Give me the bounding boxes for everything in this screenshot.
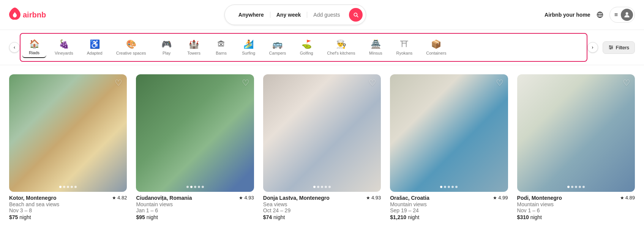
wishlist-button-ciudanovita[interactable]: ♡ — [242, 79, 249, 87]
dot-indicator — [444, 186, 446, 188]
user-menu[interactable]: ≡ — [609, 7, 635, 23]
listing-photo-donja — [263, 74, 381, 192]
dot-indicator — [328, 186, 331, 188]
category-label-towers: Towers — [187, 51, 200, 55]
listing-location-donja: Donja Lastva, Montenegro — [263, 195, 330, 201]
listing-info-ciudanovita: Ciudanovița, Romania ★ 4.93 Mountain vie… — [136, 192, 254, 220]
listing-location-orasac: Orašac, Croatia — [390, 195, 429, 201]
category-icon-containers: 📦 — [431, 39, 441, 49]
price-amount-kotor: $75 — [9, 214, 18, 220]
header: airbnb Anywhere Any week Add guests Airb… — [0, 0, 644, 30]
logo[interactable]: airbnb — [9, 8, 46, 22]
category-item-ryokans[interactable]: ⛩ Ryokans — [391, 37, 418, 58]
dot-indicator — [67, 186, 69, 188]
listing-image-podi: ♡ — [517, 74, 635, 192]
category-label-vineyards: Vineyards — [55, 51, 73, 55]
dot-indicators-donja — [263, 186, 381, 188]
listing-rating-kotor: ★ 4.82 — [112, 195, 127, 201]
category-item-containers[interactable]: 📦 Containers — [421, 37, 451, 58]
filters-button[interactable]: Filters — [603, 41, 635, 54]
rating-value-podi: 4.89 — [625, 195, 635, 201]
wishlist-button-podi[interactable]: ♡ — [623, 79, 630, 87]
category-item-play[interactable]: 🎮 Play — [155, 37, 179, 58]
category-icon-minsus: 🏯 — [371, 39, 381, 49]
listing-card-kotor[interactable]: ♡ Kotor, Montenegro ★ 4.82 Beach and sea… — [9, 74, 127, 220]
star-icon-podi: ★ — [620, 195, 624, 201]
category-item-riads[interactable]: 🏠 Riads — [22, 37, 46, 58]
listing-dates-kotor: Nov 3 – 8 — [9, 207, 127, 213]
category-item-vineyards[interactable]: 🍇 Vineyards — [49, 37, 79, 58]
dot-indicator — [567, 186, 570, 188]
listing-image-orasac: ♡ — [390, 74, 508, 192]
listing-top-ciudanovita: Ciudanovița, Romania ★ 4.93 — [136, 195, 254, 201]
dot-indicator — [198, 186, 200, 188]
listing-top-podi: Podi, Montenegro ★ 4.89 — [517, 195, 635, 201]
category-icon-campers: 🚌 — [272, 39, 283, 49]
category-label-golfing: Golfing — [300, 51, 313, 55]
category-item-creative-spaces[interactable]: 🎨 Creative spaces — [111, 37, 152, 58]
dot-indicator — [440, 186, 442, 188]
search-bar[interactable]: Anywhere Any week Add guests — [224, 5, 366, 25]
dot-indicators-podi — [517, 186, 635, 188]
category-bar: 🏠 Riads 🍇 Vineyards ♿ Adapted 🎨 Creative… — [20, 33, 587, 62]
listing-location-ciudanovita: Ciudanovița, Romania — [136, 195, 192, 201]
dot-indicator — [71, 186, 73, 188]
star-icon-kotor: ★ — [112, 195, 116, 201]
category-item-chefs-kitchens[interactable]: 👨‍🍳 Chef's kitchens — [322, 37, 360, 58]
price-unit-donja: night — [273, 214, 285, 220]
globe-icon-button[interactable] — [597, 11, 603, 18]
category-item-barns[interactable]: 🏚 Barns — [209, 37, 234, 58]
search-button[interactable] — [349, 8, 363, 22]
scroll-right-button[interactable]: › — [587, 42, 598, 53]
listing-price-ciudanovita: $95 night — [136, 214, 254, 220]
listing-image-donja: ♡ — [263, 74, 381, 192]
star-icon-orasac: ★ — [493, 195, 497, 201]
dot-indicator — [571, 186, 573, 188]
search-dates[interactable]: Any week — [270, 12, 308, 18]
listing-card-ciudanovita[interactable]: ♡ Ciudanovița, Romania ★ 4.93 Mountain v… — [136, 74, 254, 220]
dot-indicator — [190, 186, 193, 188]
listing-rating-donja: ★ 4.93 — [366, 195, 381, 201]
avatar — [621, 9, 633, 21]
category-item-surfing[interactable]: 🏄 Surfing — [237, 37, 261, 58]
listing-description-ciudanovita: Mountain views — [136, 201, 254, 207]
listing-dates-podi: Nov 1 – 6 — [517, 207, 635, 213]
airbnb-logo-icon — [9, 8, 21, 22]
price-amount-donja: $74 — [263, 214, 272, 220]
listing-card-donja[interactable]: ♡ Donja Lastva, Montenegro ★ 4.93 Sea vi… — [263, 74, 381, 220]
wishlist-button-orasac[interactable]: ♡ — [496, 79, 504, 87]
listing-card-podi[interactable]: ♡ Podi, Montenegro ★ 4.89 Mountain views… — [517, 74, 635, 220]
category-label-chefs-kitchens: Chef's kitchens — [327, 51, 355, 55]
category-item-adapted[interactable]: ♿ Adapted — [82, 37, 108, 58]
wishlist-button-kotor[interactable]: ♡ — [115, 79, 122, 87]
wishlist-button-donja[interactable]: ♡ — [369, 79, 376, 87]
category-label-adapted: Adapted — [87, 51, 103, 55]
dot-indicators-orasac — [390, 186, 508, 188]
search-location[interactable]: Anywhere — [232, 12, 270, 18]
listing-top-donja: Donja Lastva, Montenegro ★ 4.93 — [263, 195, 381, 201]
price-unit-kotor: night — [19, 214, 31, 220]
hamburger-icon: ≡ — [614, 11, 618, 18]
filters-label: Filters — [616, 45, 629, 50]
price-amount-orasac: $1,210 — [390, 214, 406, 220]
listing-price-podi: $310 night — [517, 214, 635, 220]
category-item-campers[interactable]: 🚌 Campers — [264, 37, 292, 58]
scroll-left-button[interactable]: ‹ — [9, 42, 20, 53]
category-item-minsus[interactable]: 🏯 Minsus — [363, 37, 388, 58]
listing-description-kotor: Beach and sea views — [9, 201, 127, 207]
category-item-towers[interactable]: 🏰 Towers — [182, 37, 206, 58]
category-label-minsus: Minsus — [369, 51, 382, 55]
listing-price-donja: $74 night — [263, 214, 381, 220]
listing-photo-kotor — [9, 74, 127, 192]
dot-indicator — [448, 186, 450, 188]
airbnb-home-link[interactable]: Airbnb your home — [545, 12, 590, 18]
listing-photo-podi — [517, 74, 635, 192]
price-amount-ciudanovita: $95 — [136, 214, 145, 220]
listing-card-orasac[interactable]: ♡ Orašac, Croatia ★ 4.99 Mountain views … — [390, 74, 508, 220]
search-guests[interactable]: Add guests — [307, 12, 346, 18]
dot-indicators-kotor — [9, 186, 127, 188]
dot-indicator — [579, 186, 581, 188]
svg-point-9 — [609, 45, 610, 46]
category-label-riads: Riads — [29, 50, 39, 55]
category-item-golfing[interactable]: ⛳ Golfing — [294, 37, 319, 58]
